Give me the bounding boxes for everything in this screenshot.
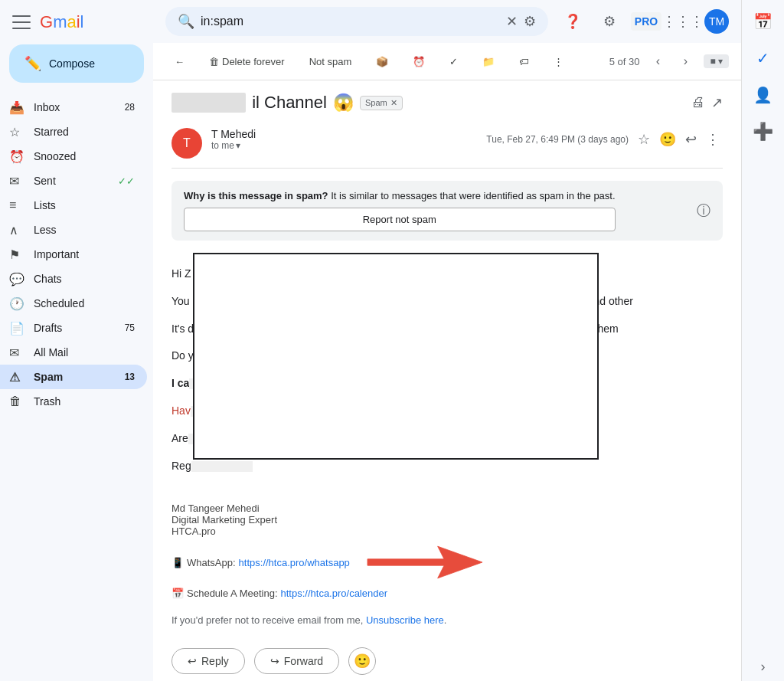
print-icon[interactable]: 🖨 <box>691 94 705 111</box>
email-toolbar: ← 🗑 Delete forever Not spam 📦 ⏰ ✓ 📁 🏷 ⋮ … <box>153 43 741 80</box>
whatsapp-link[interactable]: https://htca.pro/whatsapp <box>239 557 350 568</box>
archive-button[interactable]: 📦 <box>367 51 397 72</box>
sidebar-item-spam[interactable]: ⚠ Spam 13 <box>0 365 147 389</box>
lists-icon: ≡ <box>9 198 24 212</box>
email-subject: You il Channel 😱 Spam ✕ 🖨 ↗ <box>172 80 723 119</box>
sidebar-item-sent[interactable]: ✉ Sent ✓✓ <box>0 169 147 193</box>
google-apps-button[interactable]: ⋮⋮⋮ <box>668 6 698 37</box>
emoji-reaction-icon[interactable]: 🙂 <box>656 128 679 151</box>
email-actions: ☆ 🙂 ↩ ⋮ <box>635 128 723 151</box>
add-panel-button[interactable]: ➕ <box>748 116 779 147</box>
calendar-panel-icon[interactable]: 📅 <box>748 6 779 37</box>
folder-button[interactable]: 📁 <box>473 51 504 72</box>
back-button[interactable]: ← <box>165 51 194 72</box>
search-filter-icon[interactable]: ⚙ <box>524 13 536 30</box>
sidebar-item-label: All Mail <box>34 346 135 359</box>
whatsapp-label: WhatsApp: <box>187 557 236 568</box>
unsubscribe-link[interactable]: Unsubscribe here <box>366 614 444 626</box>
chevron-down-icon: ▾ <box>236 140 240 151</box>
emoji-reaction-button[interactable]: 🙂 <box>348 647 376 675</box>
arrow-annotation: 📱 WhatsApp: https://htca.pro/whatsapp <box>172 543 723 581</box>
search-clear-icon[interactable]: ✕ <box>506 13 518 30</box>
topbar: 🔍 ✕ ⚙ ❓ ⚙ PRO ⋮⋮⋮ TM <box>153 0 741 43</box>
signature-company: HTCA.pro <box>172 525 723 537</box>
signature-title: Digital Marketing Expert <box>172 514 723 525</box>
settings-button[interactable]: ⚙ <box>594 6 625 37</box>
contacts-panel-icon[interactable]: 👤 <box>748 80 779 110</box>
reply-arrow-icon: ↩ <box>188 655 197 667</box>
red-arrow-annotation <box>356 543 494 581</box>
sidebar-item-label: Drafts <box>34 322 125 334</box>
view-toggle[interactable]: ■ ▾ <box>704 54 729 68</box>
signature-name: Md Tangeer Mehedi <box>172 503 723 514</box>
gmail-pro-icon[interactable]: PRO <box>631 12 662 31</box>
important-icon: ⚑ <box>9 247 24 262</box>
report-not-spam-button[interactable]: Report not spam <box>184 208 616 231</box>
help-button[interactable]: ❓ <box>557 6 588 37</box>
star-icon[interactable]: ☆ <box>635 128 653 151</box>
sidebar-item-important[interactable]: ⚑ Important <box>0 242 147 267</box>
user-avatar[interactable]: TM <box>704 9 729 34</box>
sidebar-item-scheduled[interactable]: 🕐 Scheduled <box>0 291 147 316</box>
check-icon: ✓ <box>449 56 458 67</box>
spam-badge-close[interactable]: ✕ <box>390 98 397 108</box>
sidebar-item-lists[interactable]: ≡ Lists <box>0 193 147 218</box>
reply-button[interactable]: ↩ Reply <box>172 648 245 674</box>
forward-button[interactable]: ↪ Forward <box>254 648 339 674</box>
tasks-panel-icon[interactable]: ✓ <box>748 43 779 74</box>
inbox-count: 28 <box>125 102 135 113</box>
sender-to[interactable]: to me ▾ <box>211 140 486 151</box>
sidebar-item-less[interactable]: ∧ Less <box>0 218 147 242</box>
delete-forever-label: Delete forever <box>222 56 285 67</box>
sidebar-item-label: Chats <box>34 273 135 285</box>
sidebar-item-all-mail[interactable]: ✉ All Mail <box>0 340 147 365</box>
delete-forever-button[interactable]: 🗑 Delete forever <box>200 51 294 72</box>
sender-avatar: T <box>172 128 202 159</box>
check-button[interactable]: ✓ <box>440 51 467 72</box>
subject-text-prefix: You <box>172 93 246 113</box>
not-spam-label: Not spam <box>309 56 352 67</box>
right-panel: 📅 ✓ 👤 ➕ › <box>741 0 784 681</box>
next-email-button[interactable]: › <box>673 49 697 74</box>
date-text: Tue, Feb 27, 6:49 PM (3 days ago) <box>486 134 629 145</box>
calendar-link[interactable]: https://htca.pro/calender <box>281 588 387 599</box>
sidebar-item-label: Important <box>34 248 135 260</box>
whatsapp-icon: 📱 <box>172 557 184 568</box>
sidebar-item-drafts[interactable]: 📄 Drafts 75 <box>0 316 147 340</box>
search-input[interactable] <box>201 15 500 28</box>
sidebar-item-snoozed[interactable]: ⏰ Snoozed <box>0 144 147 169</box>
sidebar-item-inbox[interactable]: 📥 Inbox 28 <box>0 95 147 120</box>
compose-button[interactable]: ✏️ Compose <box>9 44 144 83</box>
not-spam-button[interactable]: Not spam <box>300 51 361 72</box>
view-toggle-label: ■ ▾ <box>710 56 723 67</box>
more-button[interactable]: ⋮ <box>544 51 573 72</box>
compose-icon: ✏️ <box>24 55 41 72</box>
tag-button[interactable]: 🏷 <box>510 51 538 72</box>
search-bar[interactable]: 🔍 ✕ ⚙ <box>165 7 548 36</box>
back-arrow-icon: ← <box>175 56 185 67</box>
email-date: Tue, Feb 27, 6:49 PM (3 days ago) ☆ 🙂 ↩ … <box>486 128 723 151</box>
sent-icon: ✉ <box>9 174 24 188</box>
report-not-spam-label: Report not spam <box>363 214 436 225</box>
hamburger-icon[interactable] <box>12 13 31 31</box>
spam-notice: Why is this message in spam? It is simil… <box>172 181 723 241</box>
delete-icon: 🗑 <box>209 56 219 67</box>
clock-button[interactable]: ⏰ <box>403 51 434 72</box>
sidebar-item-chats[interactable]: 💬 Chats <box>0 267 147 291</box>
nav-arrows: ‹ › <box>645 49 697 74</box>
sidebar-item-trash[interactable]: 🗑 Trash <box>0 389 147 414</box>
reply-icon[interactable]: ↩ <box>682 128 700 151</box>
email-count: 5 of 30 ‹ › ■ ▾ <box>609 49 729 74</box>
more-actions-icon[interactable]: ⋮ <box>703 128 723 151</box>
info-icon[interactable]: ⓘ <box>697 201 710 220</box>
prev-email-button[interactable]: ‹ <box>645 49 670 74</box>
unsubscribe-section: If you'd prefer not to receive email fro… <box>172 605 723 635</box>
sidebar-item-label: Less <box>34 224 135 236</box>
open-external-icon[interactable]: ↗ <box>711 94 723 111</box>
topbar-actions: ❓ ⚙ PRO ⋮⋮⋮ TM <box>557 6 729 37</box>
more-icon: ⋮ <box>554 56 564 67</box>
gmail-logo: Gmail <box>40 12 83 32</box>
expand-panel-icon[interactable]: › <box>761 659 766 675</box>
sidebar-item-starred[interactable]: ☆ Starred <box>0 120 147 144</box>
reply-actions: ↩ Reply ↪ Forward 🙂 <box>172 635 723 681</box>
